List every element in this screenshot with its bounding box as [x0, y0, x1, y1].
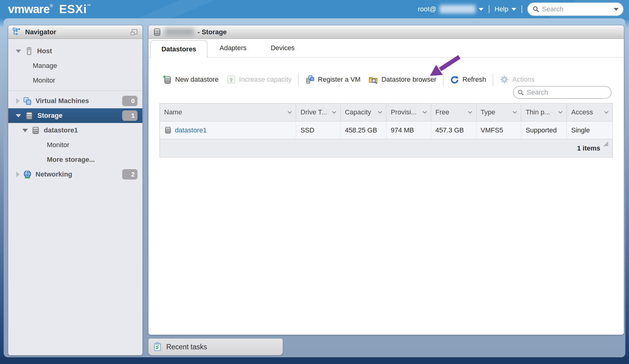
storage-icon: [25, 111, 34, 120]
help-menu[interactable]: Help: [495, 5, 516, 13]
sidebar-item-networking[interactable]: Networking 2: [8, 167, 142, 182]
sidebar-item-more-storage[interactable]: More storage...: [8, 152, 142, 167]
increase-capacity-icon: [227, 75, 236, 84]
column-header-free[interactable]: Free: [431, 103, 476, 121]
column-header-drive-type[interactable]: Drive T...: [296, 103, 341, 121]
refresh-button[interactable]: Refresh: [450, 75, 486, 84]
toolbar-divider: [493, 73, 493, 86]
toolbar-label: Actions: [512, 76, 534, 84]
chevron-down-icon[interactable]: [378, 111, 382, 114]
sidebar-item-datastore1-monitor[interactable]: Monitor: [8, 138, 142, 152]
chevron-down-icon[interactable]: [422, 111, 427, 114]
expander-right-icon[interactable]: [16, 172, 20, 177]
logo-trademark: ™: [87, 3, 91, 8]
sidebar-item-datastore1[interactable]: datastore1: [8, 123, 142, 138]
recent-tasks-label: Recent tasks: [166, 343, 207, 351]
toolbar-label: Register a VM: [318, 76, 360, 84]
logo-registered-mark: ®: [50, 3, 53, 8]
count-badge: 2: [122, 169, 137, 180]
chevron-down-icon[interactable]: [287, 111, 292, 114]
cell-capacity: 458.25 GB: [341, 121, 386, 139]
navigator-title: Navigator: [25, 28, 56, 36]
search-icon: [517, 89, 524, 96]
column-header-capacity[interactable]: Capacity: [341, 103, 386, 121]
host-icon: [25, 47, 33, 55]
table-footer: 1 items: [160, 139, 612, 157]
column-header-name[interactable]: Name: [160, 103, 296, 121]
datastore-browser-button[interactable]: Datastore browser: [368, 75, 436, 84]
resize-handle-icon[interactable]: [602, 140, 609, 147]
column-header-thin-provisioning[interactable]: Thin p...: [521, 103, 567, 121]
cell-type: VMFS5: [476, 121, 522, 139]
actions-button[interactable]: Actions: [500, 75, 534, 84]
datastore-icon: [32, 126, 40, 135]
tab-label: Datastores: [161, 45, 196, 53]
register-vm-button[interactable]: Register a VM: [305, 75, 360, 84]
new-datastore-icon: [163, 75, 172, 84]
sidebar-item-manage[interactable]: Manage: [8, 58, 142, 73]
datastore-search-input[interactable]: [527, 88, 607, 96]
virtual-machines-icon: [23, 97, 32, 106]
chevron-down-icon[interactable]: [468, 111, 473, 114]
user-menu[interactable]: root@: [418, 5, 484, 13]
cell-access: Single: [567, 121, 612, 139]
expander-down-icon[interactable]: [16, 50, 21, 53]
column-header-provisioned[interactable]: Provisi...: [386, 103, 431, 121]
sidebar-divider: [8, 91, 142, 91]
tab-devices[interactable]: Devices: [259, 39, 307, 57]
redacted-username: [439, 5, 476, 13]
table-header-row: Name Drive T... Capacity Provisi... Free…: [160, 103, 612, 121]
column-header-access[interactable]: Access: [567, 103, 612, 121]
tab-adapters[interactable]: Adapters: [210, 39, 256, 57]
datastore-browser-icon: [368, 75, 378, 84]
networking-globe-icon: [23, 170, 32, 179]
chevron-down-icon[interactable]: [558, 111, 563, 114]
sidebar-item-label: Virtual Machines: [36, 97, 89, 105]
toolbar-label: New datastore: [175, 76, 219, 84]
cell-drive-type: SSD: [296, 121, 341, 139]
sidebar-item-monitor[interactable]: Monitor: [8, 73, 142, 88]
chevron-down-icon: [479, 8, 484, 11]
datastore-icon: [164, 126, 172, 134]
chevron-down-icon[interactable]: [332, 111, 337, 114]
bottom-strip: [0, 357, 629, 364]
sidebar-item-virtual-machines[interactable]: Virtual Machines 0: [8, 94, 142, 108]
sidebar-item-label: Monitor: [47, 141, 69, 149]
expander-down-icon[interactable]: [22, 129, 28, 132]
chevron-down-icon[interactable]: [604, 111, 609, 114]
help-label: Help: [495, 5, 508, 13]
chevron-down-icon[interactable]: [512, 111, 517, 114]
vmware-esxi-logo: vmware® ESXi™: [8, 0, 91, 18]
chevron-down-icon: [511, 8, 516, 11]
sidebar-item-label: Manage: [33, 62, 57, 70]
recent-tasks-bar[interactable]: Recent tasks: [148, 338, 283, 355]
sidebar-item-host[interactable]: Host: [8, 44, 142, 58]
navigator-panel: Navigator Host Manage Monitor: [8, 25, 143, 355]
datastore-search[interactable]: [513, 86, 612, 99]
expander-right-icon[interactable]: [16, 98, 20, 104]
sidebar-item-label: Storage: [37, 112, 62, 120]
toolbar-divider: [443, 73, 443, 86]
user-prefix: root@: [418, 5, 436, 13]
table-row[interactable]: datastore1 SSD 458.25 GB 974 MB 457.3 GB…: [160, 121, 612, 139]
datastore-link[interactable]: datastore1: [175, 126, 207, 134]
recent-tasks-icon: [153, 342, 162, 351]
tab-datastores[interactable]: Datastores: [150, 40, 207, 58]
chevron-down-icon[interactable]: [614, 8, 619, 11]
increase-capacity-button[interactable]: Increase capacity: [227, 75, 292, 84]
expander-down-icon[interactable]: [16, 114, 21, 117]
new-datastore-button[interactable]: New datastore: [163, 75, 219, 84]
topbar-decoration: [138, 0, 214, 18]
datastores-table: Name Drive T... Capacity Provisi... Free…: [160, 103, 613, 158]
sidebar-item-storage[interactable]: Storage 1: [8, 108, 142, 123]
tab-bar: Datastores Adapters Devices: [149, 39, 624, 58]
divider: [489, 5, 489, 13]
global-search[interactable]: [527, 2, 623, 16]
toolbar-label: Datastore browser: [381, 76, 436, 84]
count-badge: 1: [122, 110, 137, 121]
sidebar-item-label: More storage...: [47, 156, 95, 164]
navigator-tree-icon: [13, 28, 22, 37]
column-header-type[interactable]: Type: [476, 103, 522, 121]
global-search-input[interactable]: [542, 5, 611, 13]
pin-panel-icon[interactable]: [130, 28, 138, 36]
